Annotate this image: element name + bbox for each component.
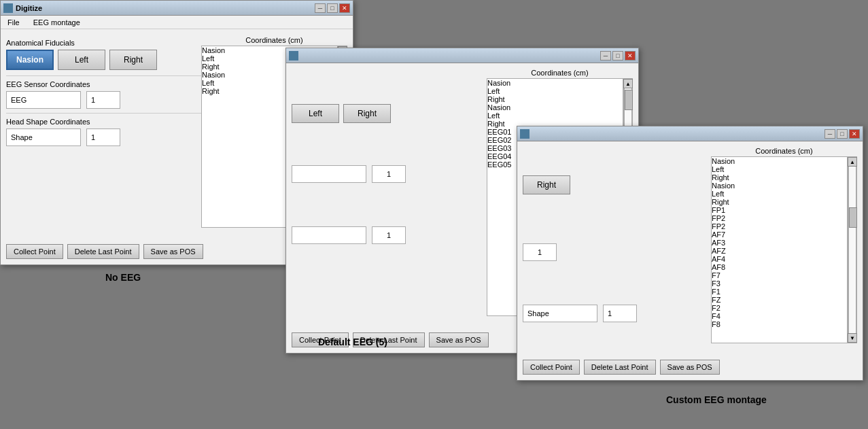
app-icon-1 — [3, 3, 13, 13]
shape-input-1[interactable] — [6, 128, 81, 146]
title-bar-1: Digitize ─ □ ✕ — [1, 1, 353, 16]
shape-num-2[interactable]: 1 — [372, 226, 406, 244]
collect-btn-1[interactable]: Collect Point — [6, 244, 63, 259]
list-item[interactable]: Right — [487, 95, 623, 103]
menu-eeg-1[interactable]: EEG montage — [29, 17, 84, 28]
maximize-btn-2[interactable]: □ — [612, 51, 623, 61]
scrollbar-3[interactable]: ▲ ▼ — [848, 156, 857, 343]
list-item[interactable]: F7 — [712, 271, 847, 279]
right-btn-2[interactable]: Right — [343, 104, 391, 123]
close-btn-3[interactable]: ✕ — [849, 129, 860, 139]
list-item[interactable]: Left — [487, 87, 623, 95]
title-text-3 — [520, 129, 530, 139]
shape-input-3[interactable] — [523, 305, 597, 322]
delete-btn-3[interactable]: Delete Last Point — [584, 360, 656, 375]
scroll-handle-2 — [625, 90, 633, 110]
scroll-down-3[interactable]: ▼ — [848, 333, 857, 343]
left-btn-1[interactable]: Left — [58, 50, 105, 70]
list-item[interactable]: AF8 — [712, 263, 847, 271]
close-btn-2[interactable]: ✕ — [625, 51, 636, 61]
app-icon-3 — [520, 129, 530, 139]
coord-title-1: Coordinates (cm) — [201, 36, 347, 44]
custom-eeg-label: Custom EEG montage — [666, 394, 767, 405]
minimize-btn-2[interactable]: ─ — [600, 51, 611, 61]
scroll-track-3 — [848, 167, 856, 333]
list-item[interactable]: AF7 — [712, 230, 847, 239]
list-item[interactable]: FP1 — [712, 206, 847, 214]
list-item[interactable]: Nasion — [487, 103, 623, 111]
eeg-num-2[interactable]: 1 — [372, 165, 406, 183]
list-item[interactable]: Nasion — [712, 182, 847, 190]
shape-num-3[interactable] — [603, 305, 637, 322]
list-item[interactable]: F8 — [712, 320, 847, 328]
minimize-btn-1[interactable]: ─ — [315, 3, 326, 13]
coord-title-3: Coordinates (cm) — [711, 147, 857, 155]
list-item[interactable]: Left — [712, 190, 847, 198]
list-item[interactable]: Nasion — [487, 79, 623, 87]
close-btn-1[interactable]: ✕ — [339, 3, 350, 13]
menu-bar-1: File EEG montage — [1, 16, 353, 29]
list-box-3[interactable]: Nasion Left Right Nasion Left Right FP1 … — [711, 156, 848, 343]
save-btn-2[interactable]: Save as POS — [429, 332, 489, 347]
no-eeg-label: No EEG — [105, 272, 141, 283]
save-btn-1[interactable]: Save as POS — [143, 244, 203, 259]
title-bar-3: ─ □ ✕ — [517, 126, 863, 141]
eeg-num-1[interactable] — [86, 91, 120, 109]
app-icon-2 — [289, 51, 298, 61]
list-item[interactable]: F4 — [712, 312, 847, 320]
title-label-1: Digitize — [16, 4, 42, 12]
list-item[interactable]: Right — [712, 173, 847, 182]
shape-num-1[interactable] — [86, 128, 120, 146]
title-buttons-3: ─ □ ✕ — [824, 129, 860, 139]
maximize-btn-3[interactable]: □ — [837, 129, 848, 139]
list-item[interactable]: Left — [487, 111, 623, 120]
fiducial-buttons-2: Left Right — [292, 104, 391, 123]
scroll-up-2[interactable]: ▲ — [623, 79, 633, 88]
list-item[interactable]: Nasion — [712, 157, 847, 165]
list-item[interactable]: F3 — [712, 279, 847, 288]
maximize-btn-1[interactable]: □ — [327, 3, 338, 13]
collect-btn-3[interactable]: Collect Point — [523, 360, 580, 375]
eeg-row-2: 1 — [292, 165, 406, 183]
bottom-buttons-1: Collect Point Delete Last Point Save as … — [6, 244, 203, 259]
title-text-1: Digitize — [3, 3, 42, 13]
default-eeg-label: Default EEG (5) — [318, 337, 387, 347]
title-bar-2: ─ □ ✕ — [286, 48, 638, 63]
shape-row-3 — [523, 305, 637, 322]
list-item[interactable]: AF3 — [712, 239, 847, 247]
list-item[interactable]: Right — [712, 198, 847, 206]
shape-row-2: 1 — [292, 226, 406, 244]
eeg-input-1[interactable] — [6, 91, 81, 109]
scroll-handle-3 — [849, 207, 857, 228]
title-buttons-1: ─ □ ✕ — [315, 3, 350, 13]
save-btn-3[interactable]: Save as POS — [660, 360, 720, 375]
minimize-btn-3[interactable]: ─ — [824, 129, 835, 139]
nasion-btn-1[interactable]: Nasion — [6, 50, 54, 70]
coord-title-2: Coordinates (cm) — [487, 69, 633, 77]
list-item[interactable]: AF4 — [712, 255, 847, 263]
list-item[interactable]: F2 — [712, 304, 847, 312]
right-btn-3[interactable]: Right — [523, 175, 570, 194]
list-item[interactable]: Left — [712, 165, 847, 173]
eeg-input-2[interactable] — [292, 165, 366, 183]
scroll-up-3[interactable]: ▲ — [848, 157, 857, 167]
title-buttons-2: ─ □ ✕ — [600, 51, 636, 61]
right-btn-1[interactable]: Right — [109, 50, 157, 70]
coordinates-panel-3: Coordinates (cm) Nasion Left Right Nasio… — [711, 147, 857, 346]
list-item[interactable]: FP2 — [712, 222, 847, 230]
shape-input-2[interactable] — [292, 226, 366, 244]
title-text-2 — [289, 51, 298, 61]
list-item[interactable]: FP2 — [712, 214, 847, 222]
bottom-buttons-3: Collect Point Delete Last Point Save as … — [523, 360, 720, 375]
window-custom-eeg: ─ □ ✕ Right 1 Coordinates (cm) Nasion Le… — [517, 126, 863, 381]
menu-file-1[interactable]: File — [3, 17, 24, 28]
delete-btn-1[interactable]: Delete Last Point — [67, 244, 139, 259]
right-area-3: Right — [523, 175, 570, 194]
num-input-3[interactable]: 1 — [523, 243, 557, 261]
list-item[interactable]: FZ — [712, 296, 847, 304]
list-item[interactable]: AFZ — [712, 247, 847, 255]
list-item[interactable]: F1 — [712, 288, 847, 296]
left-btn-2[interactable]: Left — [292, 104, 339, 123]
